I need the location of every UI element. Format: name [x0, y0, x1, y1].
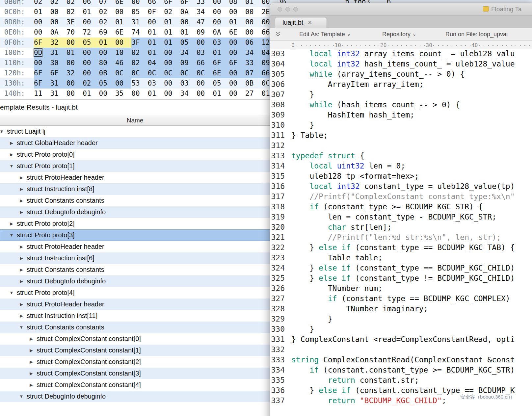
column-header-name[interactable]: Name: [0, 115, 270, 125]
double-chevron-icon[interactable]: [275, 31, 281, 39]
hex-byte[interactable]: 02: [131, 48, 147, 58]
hex-byte[interactable]: 00: [50, 17, 66, 27]
arrow-collapsed-icon[interactable]: ▶: [18, 206, 25, 218]
code-line[interactable]: 311} Table;: [270, 130, 532, 141]
hex-byte[interactable]: 30: [50, 58, 66, 68]
arrow-collapsed-icon[interactable]: ▶: [28, 345, 35, 356]
arrow-collapsed-icon[interactable]: ▶: [18, 275, 25, 287]
hex-byte[interactable]: 07: [99, 0, 115, 7]
code-line[interactable]: 316 local int32 constant_type = uleb128_…: [270, 181, 532, 192]
hex-byte[interactable]: 0B: [245, 78, 261, 89]
hex-byte[interactable]: 03: [180, 78, 197, 89]
tab-close-icon[interactable]: ×: [308, 19, 312, 26]
code-line[interactable]: 333string ComplexConstantRead(ComplexCon…: [270, 355, 532, 365]
hex-byte[interactable]: 05: [83, 38, 99, 48]
hex-byte[interactable]: 6F: [180, 0, 197, 7]
hex-byte[interactable]: 0A: [213, 27, 229, 38]
hex-byte[interactable]: 0F: [148, 7, 164, 17]
hex-byte[interactable]: 01: [148, 48, 164, 58]
hex-byte[interactable]: 06: [245, 38, 261, 48]
hex-byte[interactable]: 6F: [50, 68, 66, 78]
hex-byte[interactable]: 00: [229, 48, 245, 58]
code-line[interactable]: 322 } else if (constant_type == BCDUMP_K…: [270, 243, 532, 253]
hex-byte[interactable]: 3E: [66, 17, 83, 27]
tab-luajit-bt[interactable]: luajit.bt×: [275, 17, 327, 28]
hex-byte[interactable]: 03: [148, 78, 164, 89]
zoom-window-button[interactable]: [293, 7, 298, 12]
hex-byte[interactable]: 05: [131, 7, 147, 17]
hex-byte[interactable]: 0B: [99, 68, 115, 78]
arrow-collapsed-icon[interactable]: ▶: [18, 310, 25, 322]
hex-byte[interactable]: 0C: [148, 68, 164, 78]
hex-byte[interactable]: 53: [131, 78, 147, 89]
hex-byte[interactable]: 33: [245, 58, 261, 68]
hex-byte[interactable]: 00: [180, 17, 197, 27]
hex-byte[interactable]: 05: [99, 78, 115, 89]
hex-byte[interactable]: 00: [229, 89, 245, 99]
code-line[interactable]: 321 //Printf("len:%d str:%s\n", len, str…: [270, 232, 532, 243]
hex-byte[interactable]: 00: [148, 17, 164, 27]
hex-byte[interactable]: 05: [180, 38, 197, 48]
arrow-collapsed-icon[interactable]: ▶: [8, 149, 15, 160]
hex-byte[interactable]: 01: [213, 89, 229, 99]
hex-byte[interactable]: 00: [66, 58, 83, 68]
edit-as-dropdown[interactable]: Edit As: Template∨: [299, 28, 350, 40]
hex-byte[interactable]: 6E: [229, 27, 245, 38]
hex-byte[interactable]: 0C: [180, 68, 197, 78]
hex-byte[interactable]: 02: [99, 17, 115, 27]
hex-byte[interactable]: 00: [197, 38, 213, 48]
arrow-expanded-icon[interactable]: ▼: [8, 287, 15, 299]
code-line[interactable]: 309 HashItem hash_item;: [270, 110, 532, 120]
hex-byte[interactable]: 46: [115, 58, 131, 68]
hex-byte[interactable]: 80: [99, 58, 115, 68]
code-line[interactable]: 331} ComplexConstant <read=ComplexConsta…: [270, 334, 532, 345]
hex-byte[interactable]: 01: [164, 38, 180, 48]
hex-byte[interactable]: 04: [148, 58, 164, 68]
hex-byte[interactable]: 00: [131, 0, 147, 7]
code-line[interactable]: 332: [270, 345, 532, 355]
hex-byte[interactable]: 00: [245, 17, 261, 27]
hex-byte[interactable]: 6F: [34, 38, 50, 48]
code-line[interactable]: 330 }: [270, 324, 532, 334]
hex-byte[interactable]: 0C: [115, 68, 131, 78]
hex-byte[interactable]: 01: [148, 27, 164, 38]
hex-byte[interactable]: 02: [99, 7, 115, 17]
hex-byte[interactable]: 01: [245, 0, 261, 7]
hex-byte[interactable]: 01: [180, 27, 197, 38]
hex-byte[interactable]: 00: [164, 89, 180, 99]
code-line[interactable]: 304 local int32 hash_items_count_ = uleb…: [270, 59, 532, 69]
hex-byte[interactable]: 00: [245, 7, 261, 17]
hex-byte[interactable]: 01: [83, 89, 99, 99]
arrow-expanded-icon[interactable]: ▼: [8, 229, 15, 241]
hex-byte[interactable]: 08: [229, 0, 245, 7]
hex-byte[interactable]: 00: [34, 17, 50, 27]
arrow-collapsed-icon[interactable]: ▶: [28, 356, 35, 368]
hex-byte[interactable]: 11: [34, 89, 50, 99]
hex-byte[interactable]: 00: [164, 58, 180, 68]
code-line[interactable]: 319 len = constant_type - BCDUMP_KGC_STR…: [270, 212, 532, 222]
hex-byte[interactable]: 03: [197, 48, 213, 58]
hex-byte[interactable]: 3F: [131, 38, 147, 48]
arrow-collapsed-icon[interactable]: ▶: [18, 183, 25, 195]
hex-byte[interactable]: 09: [197, 27, 213, 38]
hex-byte[interactable]: 47: [197, 17, 213, 27]
arrow-expanded-icon[interactable]: ▼: [8, 160, 15, 172]
arrow-collapsed-icon[interactable]: ▶: [18, 264, 25, 275]
arrow-collapsed-icon[interactable]: ▶: [18, 195, 25, 206]
hex-byte[interactable]: 0C: [164, 68, 180, 78]
hex-byte[interactable]: 70: [66, 27, 83, 38]
hex-byte[interactable]: 10: [115, 48, 131, 58]
hex-byte[interactable]: 6F: [213, 58, 229, 68]
hex-byte[interactable]: 02: [83, 78, 99, 89]
hex-byte[interactable]: 0A: [50, 27, 66, 38]
arrow-collapsed-icon[interactable]: ▶: [18, 252, 25, 264]
window-titlebar[interactable]: Floating Ta: [270, 3, 532, 16]
code-line[interactable]: 307 }: [270, 90, 532, 100]
arrow-collapsed-icon[interactable]: ▶: [18, 241, 25, 252]
hex-byte[interactable]: 31: [131, 17, 147, 27]
hex-byte[interactable]: 00: [50, 7, 66, 17]
hex-byte[interactable]: 69: [99, 27, 115, 38]
hex-byte[interactable]: 00: [245, 27, 261, 38]
hex-byte[interactable]: 00: [213, 7, 229, 17]
hex-byte[interactable]: 0C: [131, 68, 147, 78]
